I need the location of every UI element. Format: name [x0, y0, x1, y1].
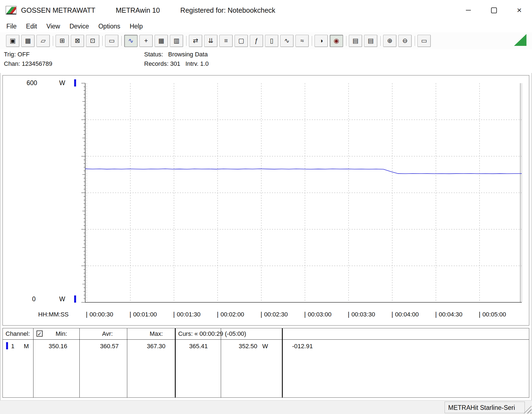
- chart-view-icon[interactable]: ∿: [124, 35, 137, 47]
- channel-visible-checkbox[interactable]: ✓: [37, 331, 43, 337]
- x-tick-label: |00:02:00: [217, 310, 244, 318]
- x-tick-row: |00:00:30|00:01:00|00:01:30|00:02:00|00:…: [3, 310, 530, 320]
- table-header-divider: [3, 339, 529, 340]
- toolbar-separator: [346, 36, 346, 46]
- minimize-icon: [466, 10, 471, 11]
- x-tick-label: |00:03:30: [348, 310, 375, 318]
- header-channel: Channel:: [6, 330, 30, 337]
- channel-color-marker-top: [74, 79, 76, 87]
- menu-bar: FileEditViewDeviceOptionsHelp: [0, 20, 532, 32]
- maximize-icon: [491, 7, 497, 13]
- value-min: 350.16: [39, 343, 67, 350]
- header-cursor: Curs: « 00:00:29 (-05:00): [178, 330, 246, 337]
- print-preview-icon[interactable]: ▤: [349, 35, 362, 47]
- title-bar: GOSSEN METRAWATT METRAwin 10 Registered …: [0, 0, 532, 20]
- header-max: Max:: [150, 330, 163, 337]
- brand-title: GOSSEN METRAWATT: [21, 6, 95, 14]
- menu-item-help[interactable]: Help: [125, 22, 147, 31]
- toolbar-separator: [53, 36, 53, 46]
- value-cursor1: 365.41: [181, 343, 208, 350]
- analog-signal-icon[interactable]: ∿: [280, 35, 294, 47]
- toolbar-separator: [121, 36, 122, 46]
- y-axis-unit-bottom: W: [59, 295, 65, 303]
- x-tick-label: |00:01:30: [173, 310, 201, 318]
- table-view-icon[interactable]: ▦: [155, 35, 168, 47]
- toolbar-separator: [380, 36, 381, 46]
- menu-item-file[interactable]: File: [2, 22, 21, 31]
- y-axis-max-label: 600: [27, 79, 37, 87]
- toolbar-separator: [186, 36, 186, 46]
- numeric-display-icon[interactable]: ▭: [105, 35, 118, 47]
- cursor-crosshair-icon[interactable]: +: [139, 35, 153, 47]
- x-axis-label: HH:MM:SS: [38, 311, 69, 318]
- x-tick-label: |00:02:30: [260, 310, 288, 318]
- timer-icon[interactable]: ◑: [315, 35, 328, 47]
- close-button[interactable]: ×: [507, 0, 532, 20]
- resize-grip[interactable]: [524, 406, 531, 413]
- maximize-button[interactable]: [481, 0, 507, 20]
- status-panel: Trig: OFF Chan: 123456789 Status: Browsi…: [0, 49, 532, 73]
- table-divider: [33, 328, 33, 397]
- header-avr: Avr:: [102, 330, 113, 337]
- menu-item-device[interactable]: Device: [65, 22, 94, 31]
- save-file-icon[interactable]: ▣: [6, 35, 19, 47]
- table-divider: [79, 328, 80, 397]
- value-max: 367.30: [133, 343, 165, 350]
- x-tick-label: |00:01:00: [129, 310, 157, 318]
- zoom-out-icon[interactable]: ⊖: [398, 35, 412, 47]
- save-as-icon[interactable]: ▦: [21, 35, 35, 47]
- channel-table: Channel: ✓ Min: Avr: Max: Curs: « 00:00:…: [2, 328, 529, 398]
- channel-color-marker-bottom: [74, 295, 76, 303]
- export-report-icon[interactable]: ⊞: [56, 35, 69, 47]
- menu-item-edit[interactable]: Edit: [21, 22, 42, 31]
- table-divider-thick: [175, 328, 176, 397]
- memory-read-icon[interactable]: ▯: [265, 35, 278, 47]
- x-tick-label: |00:05:00: [479, 310, 506, 318]
- y-axis-unit-top: W: [59, 79, 65, 87]
- export-clipboard-icon[interactable]: ⊡: [86, 35, 99, 47]
- toolbar-separator: [415, 36, 415, 46]
- export-data-icon[interactable]: ⊠: [71, 35, 84, 47]
- toolbar-separator: [102, 36, 103, 46]
- pc-transfer-icon[interactable]: ▢: [235, 35, 248, 47]
- value-avr: 360.57: [86, 343, 119, 350]
- y-axis-min-label: 0: [32, 295, 36, 303]
- value-unit: W: [262, 343, 268, 350]
- trigger-status: Trig: OFF: [4, 51, 30, 58]
- registered-label: Registered for: Notebookcheck: [180, 6, 275, 14]
- table-divider: [221, 328, 221, 397]
- record-control-icon[interactable]: ◉: [330, 35, 343, 47]
- device-name-box: METRAHit Starline-Seri: [445, 402, 525, 413]
- channel-mode: M: [24, 343, 29, 350]
- window-controls: ×: [456, 0, 532, 20]
- menu-item-options[interactable]: Options: [94, 22, 125, 31]
- table-divider: [127, 328, 127, 397]
- table-divider-thick: [282, 328, 283, 397]
- records-status: Records: 301 Intrv. 1.0: [144, 60, 209, 67]
- header-min: Min:: [56, 330, 67, 337]
- x-tick-label: |00:04:00: [391, 310, 419, 318]
- app-title: METRAwin 10: [116, 6, 160, 14]
- device-read-icon[interactable]: ⇊: [204, 35, 217, 47]
- print-icon[interactable]: ▤: [364, 35, 377, 47]
- browsing-status: Status: Browsing Data: [144, 51, 208, 58]
- minimize-button[interactable]: [456, 0, 481, 20]
- comment-icon[interactable]: ▭: [417, 35, 431, 47]
- close-icon: ×: [517, 6, 522, 14]
- histogram-view-icon[interactable]: ▥: [170, 35, 183, 47]
- channel-status: Chan: 123456789: [4, 60, 52, 67]
- filter-signal-icon[interactable]: ≈: [295, 35, 309, 47]
- app-icon[interactable]: [6, 5, 17, 15]
- zoom-in-icon[interactable]: ⊕: [383, 35, 396, 47]
- chart-plot[interactable]: [80, 82, 523, 304]
- channel-row-marker: [6, 342, 8, 349]
- x-tick-label: |00:03:00: [304, 310, 331, 318]
- function-icon[interactable]: ƒ: [250, 35, 263, 47]
- x-tick-label: |00:00:30: [86, 310, 113, 318]
- device-settings-icon[interactable]: ≡: [219, 35, 233, 47]
- menu-item-view[interactable]: View: [42, 22, 65, 31]
- chart-frame: 600 W 0 W |00:00:30|00:01:00|00:01:30|00…: [2, 75, 529, 326]
- open-file-icon[interactable]: ▱: [37, 35, 50, 47]
- device-connect-icon[interactable]: ⇄: [189, 35, 202, 47]
- toolbar-separator: [312, 36, 312, 46]
